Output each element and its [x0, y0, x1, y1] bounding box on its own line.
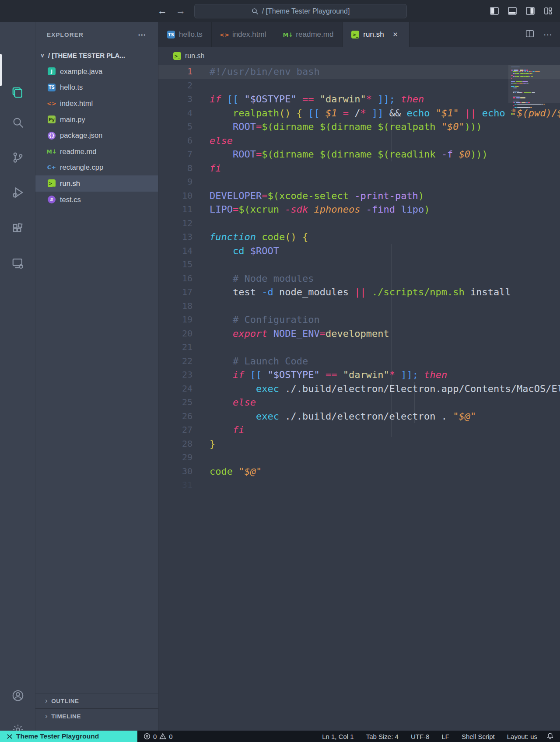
status-item[interactable]: Tab Size: 4: [366, 733, 399, 740]
line-text: code "$@": [210, 465, 560, 479]
timeline-section[interactable]: › TIMELINE: [35, 708, 158, 724]
code-line[interactable]: 13function code() {: [158, 230, 560, 244]
line-text: DEVELOPER=$(xcode-select -print-path): [210, 189, 560, 203]
status-item[interactable]: LF: [441, 733, 449, 740]
code-line[interactable]: 3if [[ "$OSTYPE" == "darwin"* ]]; then: [158, 92, 560, 106]
code-line[interactable]: 4 realpath() { [[ $1 = /* ]] && echo "$1…: [158, 106, 560, 120]
file-item-main.py[interactable]: Pymain.py: [35, 112, 158, 128]
code-line[interactable]: 25 else: [158, 396, 560, 410]
forward-icon[interactable]: →: [174, 4, 187, 18]
toggle-panel-icon[interactable]: [506, 5, 518, 17]
status-item[interactable]: Ln 1, Col 1: [322, 733, 354, 740]
tab-hello.ts[interactable]: TShello.ts: [158, 22, 212, 47]
code-line[interactable]: 21: [158, 340, 560, 354]
code-line[interactable]: 27 fi: [158, 423, 560, 437]
code-line[interactable]: 30code "$@": [158, 465, 560, 479]
file-name: main.py: [60, 116, 85, 124]
line-number: 12: [158, 217, 192, 231]
code-editor[interactable]: 1#!/usr/bin/env bash23if [[ "$OSTYPE" ==…: [158, 65, 560, 731]
code-line[interactable]: 15: [158, 258, 560, 272]
file-item-rectangle.cpp[interactable]: C+rectangle.cpp: [35, 160, 158, 176]
file-item-readme.md[interactable]: M↓readme.md: [35, 144, 158, 160]
chevron-down-icon: ∨: [39, 52, 46, 59]
code-line[interactable]: 14 cd $ROOT: [158, 244, 560, 258]
search-view-icon[interactable]: [0, 108, 35, 137]
customize-layout-icon[interactable]: [542, 5, 554, 17]
code-line[interactable]: 8fi: [158, 161, 560, 175]
tab-readme.md[interactable]: M↓readme.md: [275, 22, 343, 47]
status-item[interactable]: Layout: us: [507, 733, 537, 740]
error-count: 0: [153, 733, 157, 740]
file-item-example.java[interactable]: Jexample.java: [35, 63, 158, 80]
code-line[interactable]: 19 # Configuration: [158, 313, 560, 327]
editor-more-actions-icon[interactable]: ⋯: [543, 29, 552, 40]
notifications-bell-icon[interactable]: [546, 732, 554, 740]
line-number: 2: [158, 79, 192, 93]
code-line[interactable]: 31: [158, 478, 560, 492]
line-text: function code() {: [210, 230, 560, 244]
shell-file-icon: >_: [173, 52, 181, 60]
problems-status[interactable]: 0 0: [144, 733, 173, 740]
toggle-sidebar-icon[interactable]: [488, 5, 500, 17]
tab-run.sh[interactable]: >_run.sh✕: [343, 22, 409, 47]
file-item-package.json[interactable]: {}package.json: [35, 127, 158, 144]
code-line[interactable]: 6else: [158, 134, 560, 148]
breadcrumb-item[interactable]: run.sh: [185, 52, 204, 60]
code-line[interactable]: 18: [158, 299, 560, 313]
code-line[interactable]: 23 if [[ "$OSTYPE" == "darwin"* ]]; then: [158, 368, 560, 382]
toggle-secondary-sidebar-icon[interactable]: [524, 5, 536, 17]
line-text: test -d node_modules || ./scripts/npm.sh…: [210, 285, 560, 299]
code-line[interactable]: 10DEVELOPER=$(xcode-select -print-path): [158, 189, 560, 203]
split-editor-icon[interactable]: [525, 29, 535, 40]
close-icon[interactable]: ✕: [391, 31, 400, 38]
file-item-hello.ts[interactable]: TShello.ts: [35, 80, 158, 96]
code-line[interactable]: 1#!/usr/bin/env bash: [158, 65, 560, 79]
sh-file-icon: >_: [173, 52, 181, 60]
code-line[interactable]: 5 ROOT=$(dirname $(dirname $(realpath "$…: [158, 120, 560, 134]
file-name: index.html: [60, 99, 93, 108]
line-number: 17: [158, 285, 192, 299]
account-icon[interactable]: [0, 681, 35, 710]
code-line[interactable]: 9: [158, 175, 560, 189]
code-line[interactable]: 11LIPO=$(xcrun -sdk iphoneos -find lipo): [158, 203, 560, 217]
status-item[interactable]: Shell Script: [462, 733, 495, 740]
code-line[interactable]: 7 ROOT=$(dirname $(dirname $(readlink -f…: [158, 147, 560, 161]
line-number: 23: [158, 368, 192, 382]
error-icon: [144, 733, 150, 740]
code-line[interactable]: 24 exec ./.build/electron/Electron.app/C…: [158, 382, 560, 396]
tab-index.html[interactable]: <>index.html: [212, 22, 275, 47]
code-line[interactable]: 29: [158, 451, 560, 465]
remote-explorer-icon[interactable]: [0, 249, 35, 278]
code-line[interactable]: 26 exec ./.build/electron/electron . "$@…: [158, 410, 560, 424]
line-number: 31: [158, 478, 192, 492]
source-control-icon[interactable]: [0, 143, 35, 172]
html-file-icon: <>: [220, 31, 228, 38]
line-number: 21: [158, 340, 192, 354]
explorer-icon[interactable]: [0, 78, 35, 107]
line-number: 29: [158, 451, 192, 465]
code-line[interactable]: 28}: [158, 437, 560, 451]
more-actions-icon[interactable]: ⋯: [138, 30, 147, 40]
tree-root-folder[interactable]: ∨ / [THEME TESTER PLA...: [35, 47, 158, 63]
root-folder-label: / [THEME TESTER PLA...: [48, 52, 125, 59]
code-line[interactable]: 2: [158, 79, 560, 93]
code-line[interactable]: 17 test -d node_modules || ./scripts/npm…: [158, 285, 560, 299]
code-line[interactable]: 12: [158, 217, 560, 231]
status-item[interactable]: UTF-8: [411, 733, 430, 740]
file-item-index.html[interactable]: <>index.html: [35, 95, 158, 112]
back-icon[interactable]: ←: [156, 4, 169, 18]
timeline-label: TIMELINE: [51, 713, 81, 720]
file-item-test.cs[interactable]: #test.cs: [35, 192, 158, 208]
extensions-icon[interactable]: [0, 214, 35, 243]
command-center[interactable]: / [Theme Tester Playground]: [194, 4, 407, 18]
remote-indicator[interactable]: Theme Tester Playground: [0, 731, 137, 742]
file-name: example.java: [60, 67, 102, 76]
code-line[interactable]: 22 # Launch Code: [158, 354, 560, 368]
file-item-run.sh[interactable]: >_run.sh: [35, 175, 158, 192]
code-line[interactable]: 20 export NODE_ENV=development: [158, 327, 560, 341]
line-number: 10: [158, 189, 192, 203]
code-line[interactable]: 16 # Node modules: [158, 272, 560, 286]
run-debug-icon[interactable]: [0, 178, 35, 207]
minimap[interactable]: [508, 65, 560, 494]
outline-section[interactable]: › OUTLINE: [35, 693, 158, 708]
